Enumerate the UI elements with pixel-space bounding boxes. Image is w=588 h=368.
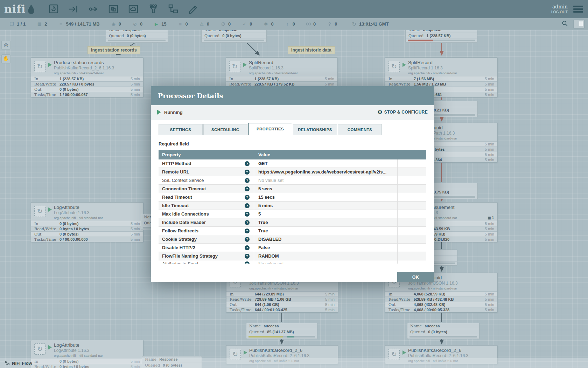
stat-window: 5 min xyxy=(485,302,494,307)
status-count: 0 xyxy=(228,21,231,27)
processor-stat-row: Tasks/Time 4,068 / 00:00:05.328 5 min xyxy=(385,307,497,312)
tab-relationships[interactable]: RELATIONSHIPS xyxy=(293,124,337,135)
stat-label: Tasks/Time xyxy=(34,237,59,242)
stat-label: Tasks/Time xyxy=(388,308,414,312)
stat-value: 4,068 (432.48 KB) xyxy=(414,302,446,307)
processor-stat-row: Tasks/Time 1 / 00:00:00.067 5 min xyxy=(31,92,143,97)
property-row[interactable]: SSL Context Service ? No value set xyxy=(159,176,426,185)
property-row[interactable]: Max Idle Connections ? 5 xyxy=(159,210,426,218)
stat-window: 5 min xyxy=(485,93,494,97)
stat-window: 5 min xyxy=(131,87,140,91)
connection-label[interactable]: Name Response Queued 0 (0 bytes) xyxy=(106,30,168,43)
funnel-icon[interactable] xyxy=(147,3,159,15)
stat-label: In xyxy=(34,77,59,81)
property-row[interactable]: Remote URL ? https://www.pegelonline.wsv… xyxy=(159,168,426,176)
help-icon[interactable]: ? xyxy=(245,186,250,191)
connection-label[interactable]: Name Response Queued 0 (0 bytes) xyxy=(201,30,267,43)
property-row[interactable]: Follow Redirects ? True xyxy=(159,227,426,235)
processor-stat-row: Tasks/Time 644 / 00:01:03.425 5 min xyxy=(226,307,338,312)
remote-process-group-icon[interactable] xyxy=(127,3,139,15)
help-icon[interactable]: ? xyxy=(245,220,250,225)
property-row[interactable]: Disable HTTP/2 ? False xyxy=(159,244,426,252)
stat-window: 5 min xyxy=(325,82,334,86)
stat-value: 0 (0 bytes) xyxy=(59,87,78,91)
status-count: 0 xyxy=(186,21,188,27)
stop-and-configure-button[interactable]: ⚙ STOP & CONFIGURE xyxy=(378,109,428,115)
disabled-icon: ∅ xyxy=(220,21,226,27)
birdseye-toggle-button[interactable] xyxy=(573,20,584,29)
property-row[interactable]: Connection Timeout ? 5 secs xyxy=(159,185,426,193)
stat-label: In xyxy=(230,292,255,297)
input-port-icon[interactable] xyxy=(68,3,79,15)
navigate-palette-button[interactable]: ◎ xyxy=(1,41,10,50)
tab-comments[interactable]: COMMENTS xyxy=(338,124,382,135)
connection-label[interactable]: Name success Queued 85 (141.37 MB) xyxy=(246,323,317,339)
help-icon[interactable]: ? xyxy=(245,161,250,166)
connection-name-value: success xyxy=(425,324,440,328)
stat-value: 644 (729.89 MB) xyxy=(255,292,284,296)
property-name: Remote URL xyxy=(162,169,189,175)
output-port-icon[interactable] xyxy=(88,3,99,15)
status-not-transmitting: ⊘0 xyxy=(132,21,142,27)
template-icon[interactable] xyxy=(167,3,179,15)
help-icon[interactable]: ? xyxy=(245,245,250,250)
stat-label: Tasks/Time xyxy=(34,93,59,97)
processor[interactable]: ↻ Produce station records PublishKafkaRe… xyxy=(31,57,144,97)
processor-icon[interactable] xyxy=(48,3,59,15)
status-disabled: ∅0 xyxy=(220,21,231,27)
processor-type: LogAttribute 1.16.3 xyxy=(54,210,141,215)
property-value: RANDOM xyxy=(258,253,279,259)
global-menu-icon[interactable] xyxy=(573,6,583,13)
help-icon[interactable]: ? xyxy=(245,203,250,208)
property-value: DISABLED xyxy=(258,237,281,242)
stat-label: Read/Write xyxy=(229,82,254,87)
help-icon[interactable]: ? xyxy=(245,261,250,264)
help-icon[interactable]: ? xyxy=(245,170,250,175)
property-row[interactable]: Attributes to Send ? No value set xyxy=(159,260,426,264)
label-icon[interactable] xyxy=(187,3,199,15)
help-icon[interactable]: ? xyxy=(245,229,250,233)
app-header: nifi admin LOG OUT xyxy=(0,0,588,18)
nifi-logo-text: nifi xyxy=(4,4,26,14)
property-row[interactable]: Include Date Header ? True xyxy=(159,218,426,227)
tab-settings[interactable]: SETTINGS xyxy=(159,124,203,135)
canvas-label[interactable]: Ingest station records xyxy=(88,46,140,54)
processor[interactable]: ↻ LogAttribute LogAttribute 1.16.3 org.a… xyxy=(31,202,144,242)
help-icon[interactable]: ? xyxy=(245,237,250,242)
logout-link[interactable]: LOG OUT xyxy=(551,10,568,14)
stat-window: 5 min xyxy=(485,158,494,162)
property-row[interactable]: HTTP Method ? GET xyxy=(159,159,426,168)
processor-stat-row: Out 0 (0 bytes) 5 min xyxy=(31,231,143,237)
property-row[interactable]: Read Timeout ? 15 secs xyxy=(159,193,426,202)
breadcrumb-label: NiFi Flow xyxy=(12,361,32,366)
canvas-label[interactable]: Ingest historic data xyxy=(288,46,335,54)
connection-name-label: Name xyxy=(249,324,261,328)
connection-label[interactable]: Name success Queued 0 (0 bytes) xyxy=(407,323,479,339)
processor-stat-row: In 4,068 (528.59 KB) 5 min xyxy=(385,291,497,297)
stat-window: 5 min xyxy=(131,222,140,226)
process-group-icon[interactable] xyxy=(107,3,119,15)
current-user: admin xyxy=(551,4,568,10)
breadcrumb[interactable]: NiFi Flow xyxy=(5,361,32,366)
stat-label: In xyxy=(388,77,414,81)
processor-stat-row: In 1 (228.57 KB) 5 min xyxy=(226,76,337,81)
help-icon[interactable]: ? xyxy=(245,254,250,259)
stat-value: 0 (0 bytes) xyxy=(59,232,78,236)
ok-button[interactable]: OK xyxy=(397,272,434,282)
nifi-app: nifi admin LOG OUT ❒1 / 1▦2≡549 / 141.71… xyxy=(0,0,588,368)
help-icon[interactable]: ? xyxy=(245,212,250,217)
running-icon xyxy=(402,350,406,355)
connection-label[interactable]: Name Response Queued 1 (228.57 KB) xyxy=(405,30,477,43)
search-icon[interactable] xyxy=(561,20,568,28)
help-icon[interactable]: ? xyxy=(245,195,250,200)
refresh-icon[interactable]: ↻ xyxy=(352,21,356,27)
property-row[interactable]: Idle Timeout ? 5 mins xyxy=(159,202,426,210)
stat-window: 5 min xyxy=(485,147,494,151)
processor-bundle: org.apache.nifi - nifi-standard-nar xyxy=(408,286,457,290)
property-row[interactable]: Cookie Strategy ? DISABLED xyxy=(159,235,426,244)
tab-scheduling[interactable]: SCHEDULING xyxy=(203,124,247,135)
help-icon[interactable]: ? xyxy=(245,178,250,183)
tab-properties[interactable]: PROPERTIES xyxy=(248,123,292,135)
operate-palette-button[interactable]: ✋ xyxy=(1,54,10,63)
property-row[interactable]: FlowFile Naming Strategy ? RANDOM xyxy=(159,252,426,260)
